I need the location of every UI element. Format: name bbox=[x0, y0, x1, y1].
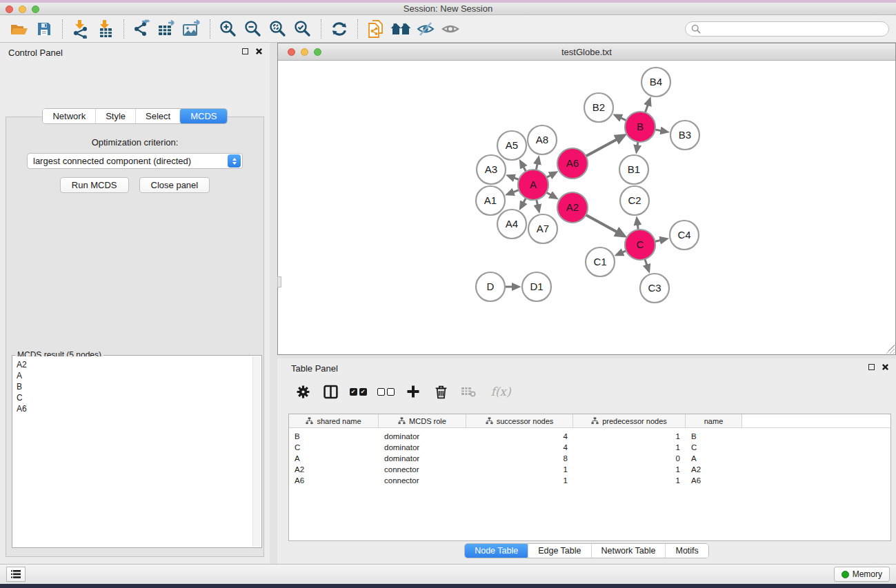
column-header-mcds-role[interactable]: MCDS role bbox=[379, 414, 466, 427]
list-icon bbox=[10, 569, 21, 579]
node-table: shared name MCDS role successor nodes pr… bbox=[288, 414, 891, 541]
close-table-panel-icon[interactable] bbox=[882, 363, 889, 371]
column-header-name[interactable]: name bbox=[686, 414, 742, 427]
show-columns-icon[interactable] bbox=[321, 383, 339, 401]
network-graph: B4B2BB3A8A5A6A3B1AA1C2A2A4A7C4CC1DD1C3 bbox=[278, 61, 895, 354]
close-panel-icon[interactable] bbox=[255, 48, 263, 55]
add-column-plus-icon[interactable] bbox=[404, 383, 422, 401]
graph-edge-A6-B[interactable] bbox=[585, 136, 622, 156]
tab-edge-table[interactable]: Edge Table bbox=[528, 544, 590, 558]
home-icon[interactable] bbox=[388, 18, 413, 40]
tab-motifs[interactable]: Motifs bbox=[665, 544, 708, 558]
criterion-dropdown[interactable]: largest connected component (directed) bbox=[27, 153, 243, 169]
run-mcds-button[interactable]: Run MCDS bbox=[60, 177, 129, 193]
export-table-icon[interactable] bbox=[155, 18, 179, 40]
criterion-value: largest connected component (directed) bbox=[28, 156, 228, 166]
column-header-predecessor-nodes[interactable]: predecessor nodes bbox=[573, 414, 686, 427]
minimize-window-button[interactable] bbox=[19, 6, 26, 13]
result-item[interactable]: A2 bbox=[17, 359, 252, 370]
session-title: Session: New Session bbox=[0, 3, 896, 14]
desktop-background: Session: New Session bbox=[0, 0, 896, 588]
float-table-panel-icon[interactable] bbox=[868, 364, 875, 370]
clone-network-icon[interactable] bbox=[364, 18, 388, 40]
zoom-window-button[interactable] bbox=[32, 6, 39, 13]
table-settings-gear-icon[interactable] bbox=[294, 383, 312, 401]
show-all-eye-icon[interactable] bbox=[438, 18, 463, 40]
close-panel-button[interactable]: Close panel bbox=[139, 177, 210, 193]
result-item[interactable]: C bbox=[17, 392, 252, 403]
table-row[interactable]: B dominator 4 1 B bbox=[289, 431, 890, 442]
table-row[interactable]: A dominator 8 0 A bbox=[289, 453, 890, 464]
network-canvas[interactable]: B4B2BB3A8A5A6A3B1AA1C2A2A4A7C4CC1DD1C3 bbox=[278, 61, 895, 354]
column-header-shared-name[interactable]: shared name bbox=[289, 414, 379, 427]
search-input[interactable] bbox=[704, 24, 883, 34]
delete-column-trash-icon[interactable] bbox=[432, 383, 450, 401]
dropdown-stepper-icon bbox=[228, 154, 241, 168]
save-session-icon[interactable] bbox=[32, 18, 57, 40]
function-builder-icon[interactable]: f(x) bbox=[487, 383, 515, 401]
zoom-out-icon[interactable] bbox=[241, 18, 266, 40]
net-close-button[interactable] bbox=[288, 48, 295, 56]
deselect-all-icon[interactable] bbox=[377, 383, 395, 401]
delete-table-icon[interactable] bbox=[459, 383, 477, 401]
export-image-icon[interactable] bbox=[179, 18, 204, 40]
tab-mcds[interactable]: MCDS bbox=[179, 108, 227, 124]
net-minimize-button[interactable] bbox=[301, 48, 308, 56]
graph-node-label: B4 bbox=[650, 76, 662, 88]
app-titlebar: Session: New Session bbox=[0, 3, 896, 15]
graph-node-label: C2 bbox=[628, 194, 641, 206]
search-icon bbox=[691, 24, 701, 34]
table-toolbar: ✔✔ f(x) bbox=[284, 378, 889, 405]
panel-collapse-handle[interactable] bbox=[277, 276, 281, 287]
optimization-criterion-label: Optimization criterion: bbox=[6, 137, 263, 148]
import-network-icon[interactable] bbox=[68, 18, 93, 40]
result-item[interactable]: B bbox=[17, 381, 252, 392]
graph-node-label: D bbox=[487, 281, 495, 292]
tab-node-table[interactable]: Node Table bbox=[464, 543, 528, 558]
graph-node-label: A5 bbox=[506, 139, 518, 151]
main-toolbar bbox=[0, 15, 896, 43]
table-row[interactable]: C dominator 4 1 C bbox=[289, 442, 890, 453]
network-window-title: testGlobe.txt bbox=[278, 43, 895, 61]
column-type-icon bbox=[398, 417, 406, 425]
task-history-button[interactable] bbox=[6, 567, 26, 582]
close-window-button[interactable] bbox=[6, 6, 13, 13]
toolbar-separator bbox=[123, 19, 124, 39]
app-window: Session: New Session bbox=[0, 3, 896, 584]
hide-selected-eye-icon[interactable] bbox=[413, 18, 438, 40]
zoom-in-icon[interactable] bbox=[216, 18, 241, 40]
result-item[interactable]: A6 bbox=[17, 403, 252, 414]
zoom-selected-icon[interactable] bbox=[290, 18, 315, 40]
result-item[interactable]: A bbox=[17, 370, 252, 381]
memory-button[interactable]: Memory bbox=[834, 567, 890, 582]
tab-network[interactable]: Network bbox=[43, 109, 95, 123]
result-scrollbar[interactable] bbox=[252, 356, 261, 547]
graph-node-label: A3 bbox=[485, 163, 497, 175]
float-panel-icon[interactable] bbox=[242, 48, 248, 54]
column-type-icon bbox=[486, 417, 493, 425]
network-view-window: testGlobe.txt B4B2BB3A8A5A6A3B1AA1C2A2A4… bbox=[277, 43, 896, 355]
column-header-successor-nodes[interactable]: successor nodes bbox=[466, 414, 573, 427]
table-row[interactable]: A6 connector 1 1 A6 bbox=[289, 475, 890, 486]
tab-style[interactable]: Style bbox=[95, 109, 135, 123]
graph-node-label: C bbox=[637, 239, 644, 250]
export-network-icon[interactable] bbox=[130, 18, 155, 40]
open-session-icon[interactable] bbox=[7, 18, 32, 40]
refresh-icon[interactable] bbox=[327, 18, 352, 40]
import-table-icon[interactable] bbox=[93, 18, 118, 40]
graph-edge-A2-C[interactable] bbox=[585, 214, 622, 235]
net-zoom-button[interactable] bbox=[314, 48, 321, 56]
search-field[interactable] bbox=[685, 21, 889, 37]
table-panel: Table Panel ✔✔ bbox=[277, 358, 896, 564]
select-all-icon[interactable]: ✔✔ bbox=[349, 383, 367, 401]
zoom-fit-icon[interactable] bbox=[266, 18, 290, 40]
table-row[interactable]: A2 connector 1 1 A2 bbox=[289, 464, 890, 475]
tab-select[interactable]: Select bbox=[135, 109, 180, 123]
window-resize-grip[interactable] bbox=[886, 345, 895, 354]
table-tabs: Node Table Edge Table Network Table Moti… bbox=[464, 543, 709, 558]
graph-node-label: A6 bbox=[566, 157, 579, 169]
graph-node-label: A1 bbox=[484, 194, 497, 206]
mcds-result-list: A2 A B C A6 bbox=[13, 356, 252, 547]
toolbar-separator bbox=[210, 19, 210, 39]
tab-network-table[interactable]: Network Table bbox=[591, 544, 666, 558]
